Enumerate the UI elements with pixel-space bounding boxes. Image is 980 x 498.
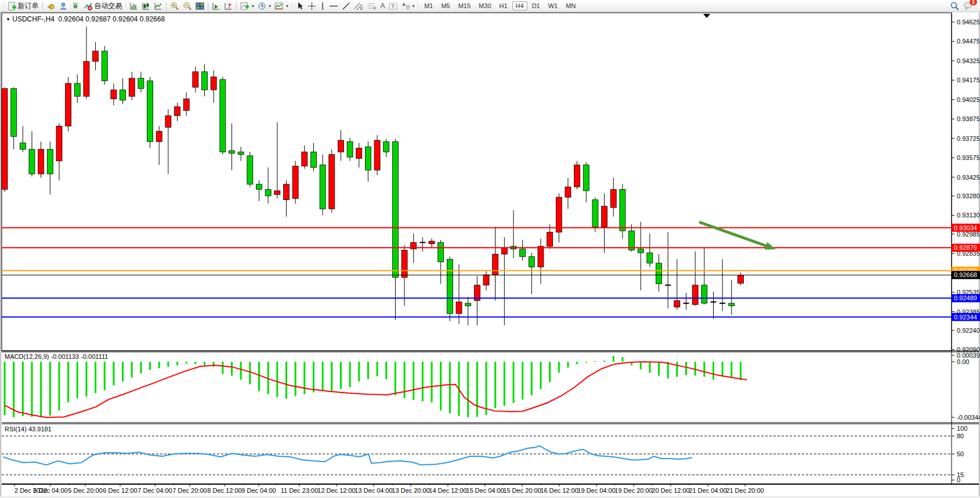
candle-body <box>556 197 562 232</box>
candle-body <box>74 83 80 96</box>
candle-body <box>229 151 235 153</box>
text-label-icon: T <box>389 2 398 10</box>
tile-windows-button[interactable] <box>194 1 206 11</box>
timeframe-M15[interactable]: M15 <box>455 1 474 10</box>
candlestick-icon <box>142 2 150 10</box>
price-tick-label: 0.94625 <box>957 19 980 26</box>
zoom-out-button[interactable] <box>181 1 194 11</box>
timeframe-bar: M1M5M15M30H1H4D1W1MN <box>420 1 580 10</box>
shapes-button[interactable]: ▾ <box>400 1 417 11</box>
candle-body <box>320 165 326 209</box>
time-label: 13 Dec 20:00 <box>392 487 429 494</box>
line-chart-button[interactable] <box>152 1 164 11</box>
rsi-axis-label: 0 <box>957 477 960 484</box>
timeframe-H1[interactable]: H1 <box>496 1 511 10</box>
trendline-button[interactable] <box>340 1 352 11</box>
megaphone-icon <box>46 2 56 10</box>
notification-badge: 1 <box>970 0 977 5</box>
time-label: 20 Dec 12:00 <box>652 487 689 494</box>
vertical-line-button[interactable] <box>318 1 327 11</box>
symbol-title-row[interactable]: ▼ USDCHF-,H4 0.92604 0.92687 0.92604 0.9… <box>6 15 165 23</box>
candle-body <box>183 99 189 111</box>
candle-body <box>247 156 253 184</box>
timeframe-M30[interactable]: M30 <box>475 1 494 10</box>
time-label: 19 Dec 20:00 <box>614 487 652 494</box>
timeframe-W1[interactable]: W1 <box>545 1 562 10</box>
horizontal-line-button[interactable] <box>327 1 340 11</box>
indicators-button[interactable]: ▾ <box>238 1 256 11</box>
time-label: 21 Dec 20:00 <box>726 487 764 494</box>
rsi-indicator-label: RSI(14) 43.9181 <box>5 426 52 432</box>
auto-trading-button[interactable]: 自动交易 <box>82 1 124 11</box>
zoom-in-icon <box>170 2 179 10</box>
text-button[interactable]: A <box>379 1 387 11</box>
toolbar-grip: ⁞ <box>291 3 293 9</box>
timeframe-H4[interactable]: H4 <box>512 1 527 10</box>
auto-scroll-button[interactable] <box>210 1 222 11</box>
chart-ohlc-values: 0.92604 0.92687 0.92604 0.92668 <box>59 15 165 23</box>
separator <box>166 2 167 10</box>
notifications-button[interactable]: 1 <box>961 1 975 11</box>
timeframe-M1[interactable]: M1 <box>421 1 436 10</box>
price-tick-label: 0.94175 <box>957 77 980 83</box>
vertical-line-icon <box>320 2 326 10</box>
cursor-icon <box>296 2 304 10</box>
candle-body <box>583 165 589 191</box>
toolbar-grip: ⁞ <box>3 3 5 9</box>
signals-button[interactable] <box>70 1 82 11</box>
fibonacci-icon: F <box>367 2 377 10</box>
chat-icon: 1 <box>963 1 974 10</box>
price-level-tag-label: 0.92344 <box>954 314 977 321</box>
text-label-button[interactable]: T <box>387 1 400 11</box>
candle-body <box>692 285 698 304</box>
channel-button[interactable]: E <box>352 1 366 11</box>
candle-body <box>211 77 216 90</box>
search-icon <box>950 1 960 10</box>
candle-body <box>429 241 435 243</box>
price-tick-label: 0.93725 <box>957 135 980 142</box>
zoom-in-button[interactable] <box>168 1 181 11</box>
megaphone-button[interactable] <box>45 1 57 11</box>
candle-body <box>638 249 643 253</box>
time-label: 13 Dec 04:00 <box>355 487 392 494</box>
community-button[interactable] <box>57 1 70 11</box>
candle-body <box>547 232 553 246</box>
time-label: 5 Dec 04:00 <box>33 487 67 494</box>
timeframe-D1[interactable]: D1 <box>529 1 544 10</box>
candlestick-button[interactable] <box>140 1 152 11</box>
candle-body <box>111 90 117 99</box>
dropdown-arrow-icon: ▾ <box>286 3 288 9</box>
macd-indicator-label: MACD(12,26,9) -0.001133 -0.001111 <box>5 353 108 360</box>
trendline-icon <box>342 2 350 10</box>
crosshair-button[interactable] <box>306 1 318 11</box>
candle-body <box>447 259 453 314</box>
candle-body <box>84 61 89 96</box>
new-order-label: 新订单 <box>18 1 39 11</box>
toolbar-grip: ⁞ <box>418 3 420 9</box>
time-label: 11 Dec 23:00 <box>281 487 319 494</box>
fibonacci-button[interactable]: F <box>366 1 379 11</box>
periods-button[interactable]: ▾ <box>256 1 273 11</box>
time-label: 7 Dec 04:00 <box>138 487 172 494</box>
chart-canvas[interactable]: 0.946250.944750.943250.941750.940250.938… <box>0 0 980 498</box>
chart-dropdown-icon[interactable]: ▼ <box>6 17 10 22</box>
cursor-button[interactable] <box>294 1 306 11</box>
separator <box>236 2 237 10</box>
candle-body <box>165 116 171 128</box>
candle-body <box>11 89 17 137</box>
horizontal-line-icon <box>329 2 338 10</box>
candle-body <box>156 131 162 141</box>
candle-body <box>66 83 71 126</box>
chart-shift-button[interactable] <box>222 1 234 11</box>
candle-body <box>674 301 680 307</box>
templates-button[interactable]: ▾ <box>273 1 290 11</box>
search-button[interactable] <box>948 1 961 11</box>
price-tick-label: 0.94475 <box>957 38 980 45</box>
new-order-button[interactable]: 新订单 <box>6 1 41 11</box>
bar-chart-button[interactable] <box>128 1 140 11</box>
timeframe-M5[interactable]: M5 <box>437 1 453 10</box>
time-label: 5 Dec 20:00 <box>68 487 102 494</box>
timeframe-MN[interactable]: MN <box>562 1 579 10</box>
time-label: 21 Dec 04:00 <box>689 487 726 494</box>
candle-body <box>202 72 208 90</box>
